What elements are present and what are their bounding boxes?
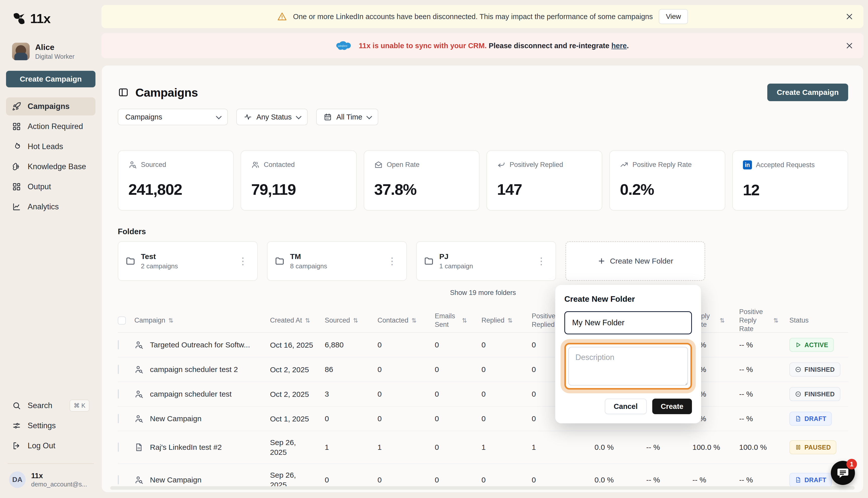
stat-label: Sourced — [141, 161, 166, 169]
cancel-button[interactable]: Cancel — [605, 398, 647, 414]
sidebar-toggle-icon[interactable] — [118, 87, 129, 98]
cell-reply-rate: -- % — [692, 476, 739, 484]
sidebar-create-campaign-button[interactable]: Create Campaign — [6, 71, 95, 87]
row-checkbox[interactable] — [118, 443, 119, 452]
status-badge[interactable]: FINISHED — [789, 387, 840, 401]
campaign-type-dropdown[interactable]: Campaigns — [118, 109, 228, 125]
play-icon — [795, 342, 801, 348]
sidebar-item-knowledge-base[interactable]: Knowledge Base — [6, 158, 95, 176]
sort-icon[interactable] — [773, 317, 778, 324]
table-row[interactable]: New Campaign Oct 1, 2025 0 0 0 0 0 0.0 %… — [118, 407, 848, 431]
account-switcher[interactable]: DA 11x demo_account@s... — [6, 471, 95, 488]
warning-icon — [277, 12, 287, 22]
sidebar-item-action-required[interactable]: Action Required — [6, 117, 95, 135]
status-badge[interactable]: DRAFT — [789, 473, 832, 487]
sort-icon[interactable] — [168, 317, 173, 324]
created-at: Sep 26, — [270, 437, 325, 447]
folder-card-pj[interactable]: PJ 1 campaign — [416, 241, 556, 281]
create-button[interactable]: Create — [652, 398, 692, 414]
row-checkbox[interactable] — [118, 414, 119, 423]
create-campaign-button[interactable]: Create Campaign — [767, 83, 848, 101]
sort-icon[interactable] — [508, 317, 513, 324]
stat-value: 0.2% — [620, 181, 714, 198]
sidebar-item-search[interactable]: Search ⌘ K — [6, 397, 95, 415]
here-link[interactable]: here — [611, 42, 627, 50]
close-icon[interactable] — [842, 39, 856, 53]
show-more-folders-link[interactable]: Show 19 more folders — [118, 289, 848, 297]
logo-text: 11x — [30, 11, 51, 26]
folder-name-input[interactable] — [564, 311, 692, 335]
sort-icon[interactable] — [462, 317, 467, 324]
calendar-icon — [324, 113, 332, 121]
sidebar-item-campaigns[interactable]: Campaigns — [6, 97, 95, 116]
profile[interactable]: Alice Digital Worker — [12, 43, 95, 60]
status-badge[interactable]: DRAFT — [789, 412, 832, 426]
row-checkbox[interactable] — [118, 389, 119, 398]
kebab-menu-icon[interactable] — [385, 256, 399, 266]
campaign-name[interactable]: campaign scheduler test 2 — [150, 365, 238, 374]
row-checkbox[interactable] — [118, 365, 119, 374]
sort-icon[interactable] — [720, 317, 725, 324]
create-new-folder-card[interactable]: Create New Folder — [565, 241, 705, 281]
horizontal-scrollbar[interactable] — [110, 486, 855, 490]
sidebar-item-analytics[interactable]: Analytics — [6, 198, 95, 216]
close-icon[interactable] — [842, 10, 856, 24]
time-filter-dropdown[interactable]: All Time — [316, 109, 378, 125]
settings-label: Settings — [28, 421, 56, 430]
linkedin-icon: in — [743, 160, 752, 169]
folder-description-textarea[interactable] — [568, 347, 688, 385]
sidebar-item-logout[interactable]: Log Out — [6, 437, 95, 455]
status-badge[interactable]: PAUSED — [789, 440, 837, 454]
campaign-name[interactable]: Targeted Outreach for Softw... — [150, 341, 250, 349]
sidebar-nav: Campaigns Action Required Hot Leads Know… — [6, 97, 95, 216]
search-label: Search — [28, 401, 52, 410]
sort-icon[interactable] — [353, 317, 358, 324]
sidebar-item-settings[interactable]: Settings — [6, 417, 95, 435]
folder-card-test[interactable]: Test 2 campaigns — [118, 241, 258, 281]
campaign-name[interactable]: New Campaign — [150, 415, 202, 423]
created-at: Oct 2, 2025 — [270, 365, 325, 375]
cell-replied: 0 — [481, 390, 532, 398]
sort-icon[interactable] — [305, 317, 310, 324]
created-at: Oct 1, 2025 — [270, 414, 325, 424]
cell-positive-reply-rate: -- % — [739, 341, 789, 349]
account-name: 11x — [31, 472, 87, 480]
user-search-icon — [134, 414, 143, 423]
sidebar-item-output[interactable]: Output — [6, 178, 95, 196]
stat-value: 79,119 — [251, 181, 346, 198]
view-button[interactable]: View — [659, 9, 688, 24]
table-row[interactable]: campaign scheduler test 2 Oct 2, 2025 86… — [118, 357, 848, 382]
folder-card-tm[interactable]: TM 8 campaigns — [267, 241, 407, 281]
sort-icon[interactable] — [411, 317, 416, 324]
stat-card-open-rate: Open Rate 37.8% — [364, 150, 479, 211]
campaign-name[interactable]: Raj's LinkedIn test #2 — [150, 443, 222, 451]
created-at: Sep 26, — [270, 470, 325, 480]
stat-value: 147 — [497, 181, 592, 198]
campaigns-panel: Campaigns Create Campaign Campaigns Any … — [102, 65, 864, 493]
search-icon — [12, 401, 21, 410]
campaign-name[interactable]: New Campaign — [150, 476, 202, 484]
select-all-checkbox[interactable] — [118, 316, 126, 325]
row-checkbox[interactable] — [118, 340, 119, 350]
status-filter-dropdown[interactable]: Any Status — [236, 109, 308, 125]
row-checkbox[interactable] — [118, 475, 119, 484]
table-row[interactable]: Raj's LinkedIn test #2 Sep 26,2025 1 1 0… — [118, 431, 848, 464]
campaign-name[interactable]: campaign scheduler test — [150, 390, 232, 398]
kebab-menu-icon[interactable] — [534, 256, 548, 266]
table-row[interactable]: campaign scheduler test Oct 2, 2025 3 0 … — [118, 382, 848, 407]
cell-positive-reply-rate: -- % — [739, 390, 789, 398]
stat-card-contacted: Contacted 79,119 — [241, 150, 357, 211]
table-row[interactable]: Targeted Outreach for Softw... Oct 16, 2… — [118, 333, 848, 357]
status-badge[interactable]: FINISHED — [789, 363, 840, 377]
user-search-icon — [134, 365, 143, 374]
chat-widget-button[interactable]: 1 — [831, 461, 855, 485]
folder-icon — [125, 256, 135, 266]
cell-positive-reply-rate: 100.0 % — [739, 443, 789, 451]
folder-name: TM — [290, 252, 327, 261]
stat-label: Positively Replied — [509, 161, 563, 169]
sidebar-item-hot-leads[interactable]: Hot Leads — [6, 137, 95, 156]
kebab-menu-icon[interactable] — [236, 256, 250, 266]
col-replied: Replied — [481, 316, 505, 325]
grid-icon — [12, 182, 21, 191]
status-badge[interactable]: ACTIVE — [789, 338, 834, 352]
